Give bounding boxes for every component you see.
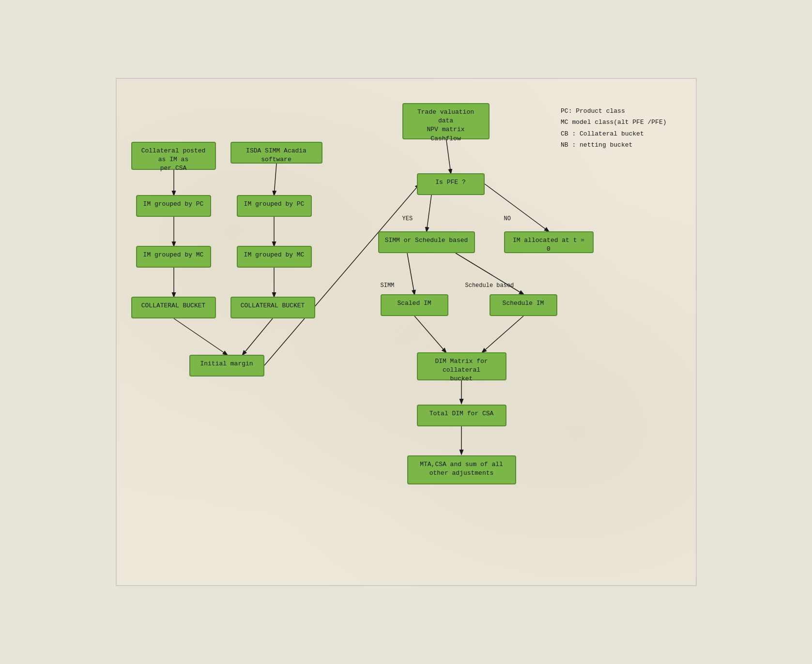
svg-line-6 xyxy=(482,316,523,352)
svg-line-5 xyxy=(414,316,446,352)
scaled-im-node: Scaled IM xyxy=(381,294,448,316)
schedule-based-label: Schedule based xyxy=(465,282,514,289)
total-dim-node: Total DIM for CSA xyxy=(417,405,506,426)
im-grouped-mc-right-node: IM grouped by MC xyxy=(237,246,312,268)
svg-line-16 xyxy=(243,318,273,355)
legend-line-3: CB : Collateral bucket xyxy=(561,128,666,139)
legend-line-4: NB : netting bucket xyxy=(561,139,666,151)
collateral-bucket-left-node: COLLATERAL BUCKET xyxy=(131,297,216,318)
legend-line-2: MC model class(alt PFE /PFE) xyxy=(561,117,666,128)
trade-valuation-node: Trade valuation dataNPV matrixCashflow xyxy=(402,103,490,139)
svg-line-15 xyxy=(174,318,227,355)
simm-label: SIMM xyxy=(381,282,395,289)
initial-margin-node: Initial margin xyxy=(189,355,264,377)
no-label: NO xyxy=(504,215,511,222)
schedule-im-node: Schedule IM xyxy=(490,294,557,316)
isda-simm-node: ISDA SIMM Acadia software xyxy=(230,142,322,164)
flowchart-canvas: PC: Product class MC model class(alt PFE… xyxy=(116,78,697,586)
collateral-posted-node: Collateral posted as IM asper CSA xyxy=(131,142,216,170)
is-pfe-node: Is PFE ? xyxy=(417,173,485,195)
svg-line-10 xyxy=(274,164,276,195)
svg-line-3 xyxy=(407,253,414,294)
dim-matrix-node: DIM Matrix for collateralbucket xyxy=(417,352,506,380)
legend-line-1: PC: Product class xyxy=(561,106,666,117)
svg-line-2 xyxy=(485,184,549,231)
mta-csa-node: MTA,CSA and sum of allother adjustments xyxy=(407,455,516,484)
im-grouped-pc-left-node: IM grouped by PC xyxy=(136,195,211,217)
im-allocated-node: IM allocated at t = 0 xyxy=(504,231,594,253)
svg-line-1 xyxy=(427,195,431,231)
simm-schedule-node: SIMM or Schedule based xyxy=(378,231,475,253)
im-grouped-pc-right-node: IM grouped by PC xyxy=(237,195,312,217)
legend: PC: Product class MC model class(alt PFE… xyxy=(561,106,666,151)
im-grouped-mc-left-node: IM grouped by MC xyxy=(136,246,211,268)
collateral-bucket-right-node: COLLATERAL BUCKET xyxy=(230,297,315,318)
yes-label: YES xyxy=(402,215,413,222)
